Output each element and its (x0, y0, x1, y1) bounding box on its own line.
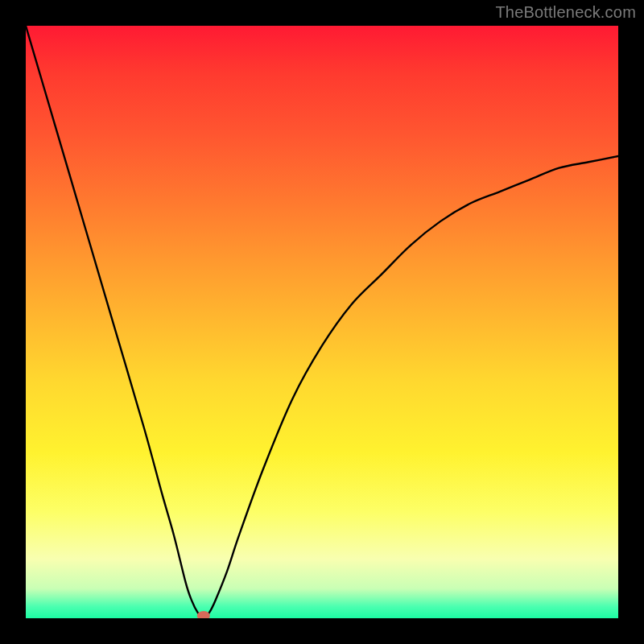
chart-frame: TheBottleneck.com (0, 0, 644, 644)
svg-point-0 (197, 611, 210, 618)
watermark-text: TheBottleneck.com (495, 3, 636, 22)
bottleneck-curve (26, 26, 618, 618)
plot-area (26, 26, 618, 618)
